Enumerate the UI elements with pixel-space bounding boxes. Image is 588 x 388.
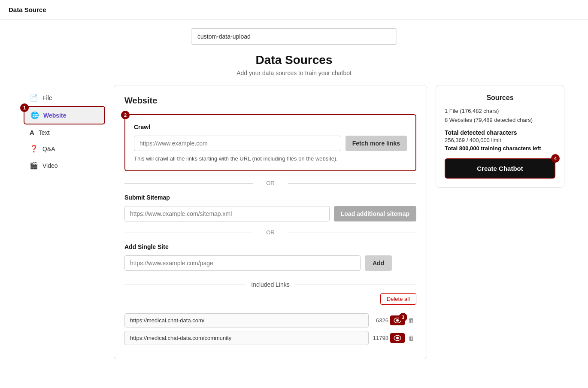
website-card: Website 2 Crawl Fetch more links This wi… (114, 85, 427, 359)
crawl-url-input[interactable] (134, 136, 341, 151)
single-site-input-row: Add (124, 255, 416, 271)
text-icon: A (30, 129, 34, 136)
single-site-label: Add Single Site (124, 243, 416, 250)
load-sitemap-button[interactable]: Load additional sitemap (334, 206, 416, 221)
total-detected-label: Total detected characters (445, 129, 555, 136)
link-count-1: 6326 (371, 317, 388, 324)
sidebar-item-label-file: File (42, 94, 52, 101)
page-subtitle: Add your data sources to train your chat… (0, 70, 588, 76)
badge-3: 3 (399, 313, 407, 321)
sitemap-url-input[interactable] (124, 206, 330, 221)
included-links-section: Included Links Delete all https://medica… (124, 281, 416, 345)
page-title: Data Sources (0, 53, 588, 67)
badge-2: 2 (121, 111, 130, 119)
sitemap-section: Submit Sitemap Load additional sitemap (124, 194, 416, 221)
crawl-hint: This will crawl all the links starting w… (134, 155, 407, 162)
url-bar-wrapper (0, 20, 588, 49)
create-chatbot-wrapper: 4 Create Chatbot (445, 158, 555, 179)
main-layout: 📄 File 1 🌐 Website A Text ❓ Q&A 🎬 Video … (15, 85, 573, 359)
svg-point-3 (396, 337, 399, 340)
fetch-more-links-button[interactable]: Fetch more links (346, 136, 407, 151)
sidebar-item-website[interactable]: 1 🌐 Website (24, 106, 105, 124)
trash-button-2[interactable]: 🗑 (406, 333, 416, 343)
link-url-1: https://medical.chat-data.com/ (124, 313, 369, 327)
page-header: Data Sources Add your data sources to tr… (0, 49, 588, 85)
limit-label: / (467, 137, 470, 143)
video-icon: 🎬 (30, 161, 38, 170)
sidebar-item-label-website: Website (43, 112, 66, 119)
sources-title: Sources (445, 94, 555, 102)
website-icon: 🌐 (30, 111, 39, 119)
sidebar-item-label-video: Video (42, 162, 58, 169)
sidebar-item-qa[interactable]: ❓ Q&A (24, 140, 105, 157)
trash-icon-1: 🗑 (408, 317, 415, 324)
included-links-header: Included Links (124, 281, 416, 288)
sidebar: 📄 File 1 🌐 Website A Text ❓ Q&A 🎬 Video (24, 85, 105, 359)
link-count-2: 11798 (371, 335, 388, 341)
sitemap-input-row: Load additional sitemap (124, 206, 416, 221)
qa-icon: ❓ (30, 145, 38, 153)
single-site-url-input[interactable] (124, 255, 361, 271)
eye-icon-2 (394, 335, 401, 341)
file-icon: 📄 (30, 94, 38, 102)
link-count-area-2: 11798 🗑 (371, 333, 416, 343)
link-url-2: https://medical.chat-data.com/community (124, 331, 369, 345)
top-bar-title: Data Source (9, 6, 46, 13)
sources-panel: Sources 1 File (176,482 chars) 8 Website… (436, 85, 564, 188)
included-links-label: Included Links (245, 281, 296, 288)
link-count-area-1: 6326 3 🗑 (371, 315, 416, 326)
crawl-section: 2 Crawl Fetch more links This will crawl… (124, 114, 416, 171)
list-item: https://medical.chat-data.com/community … (124, 331, 416, 345)
sidebar-item-label-text: Text (39, 129, 50, 136)
badge-4: 4 (551, 154, 560, 163)
trash-icon-2: 🗑 (408, 334, 415, 342)
url-input[interactable] (191, 28, 397, 45)
create-chatbot-button[interactable]: Create Chatbot (445, 158, 555, 179)
training-left: Total 800,000 training characters left (445, 145, 555, 152)
svg-point-1 (396, 319, 399, 322)
top-bar: Data Source (0, 0, 588, 20)
delete-all-button[interactable]: Delete all (380, 293, 416, 305)
eye-button-2[interactable] (390, 333, 405, 343)
websites-stat: 8 Websites (79,489 detected chars) (445, 117, 555, 123)
sidebar-item-video[interactable]: 🎬 Video (24, 157, 105, 174)
list-item: https://medical.chat-data.com/ 6326 3 (124, 313, 416, 327)
website-heading: Website (124, 96, 416, 106)
sitemap-label: Submit Sitemap (124, 194, 416, 201)
or-divider-1: OR (124, 180, 416, 186)
add-single-site-button[interactable]: Add (365, 255, 392, 271)
single-site-section: Add Single Site Add (124, 243, 416, 271)
crawl-input-row: Fetch more links (134, 136, 407, 151)
total-detected-count: 256,369 / 400,000 limit (445, 137, 555, 143)
sidebar-item-file[interactable]: 📄 File (24, 89, 105, 106)
or-divider-2: OR (124, 229, 416, 236)
sidebar-item-label-qa: Q&A (42, 146, 55, 152)
sidebar-item-text[interactable]: A Text (24, 124, 105, 140)
file-stat: 1 File (176,482 chars) (445, 108, 555, 114)
badge-1: 1 (20, 103, 29, 112)
content-area: Website 2 Crawl Fetch more links This wi… (114, 85, 427, 359)
sources-detected: Total detected characters 256,369 / 400,… (445, 129, 555, 152)
crawl-label: Crawl (134, 124, 407, 130)
trash-button-1[interactable]: 🗑 (406, 315, 416, 326)
